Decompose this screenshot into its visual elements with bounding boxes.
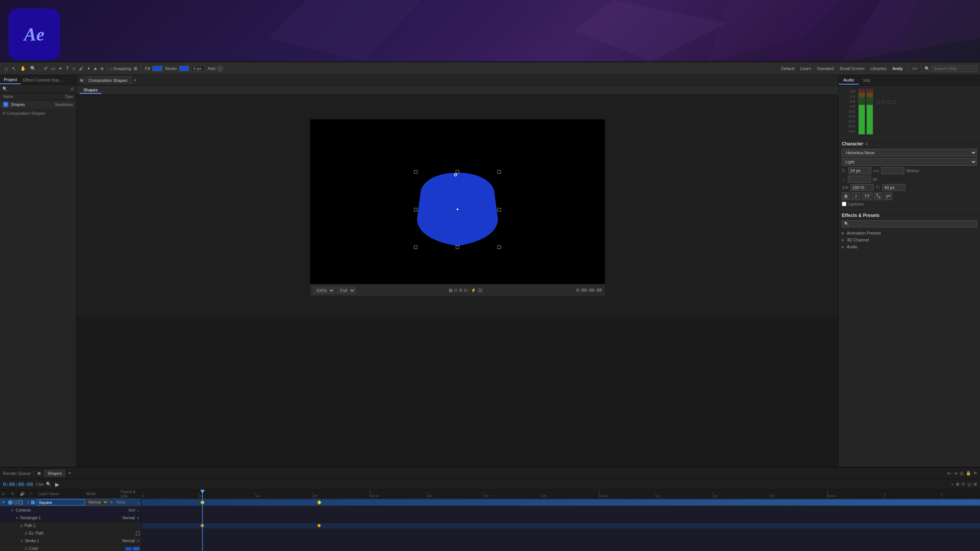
sublayer-path1[interactable]: ⊙ Path 1 xyxy=(0,522,141,530)
bold-btn[interactable]: B xyxy=(842,192,850,200)
puppet-tool[interactable]: ⊕ xyxy=(99,65,105,72)
shape-tool[interactable]: ◇ xyxy=(71,65,77,72)
select-tool[interactable]: ↖ xyxy=(10,65,18,72)
meter-labels: 0.0 -3.4 -6.6 -9.9 -12.0 -15.0 -18.0 -24… xyxy=(842,89,855,133)
font-style-selector[interactable]: Light Regular Bold xyxy=(842,158,977,166)
leading-input[interactable] xyxy=(882,184,905,191)
expand-icon[interactable]: >> xyxy=(911,65,919,72)
pen-tool[interactable]: ✒ xyxy=(57,65,64,72)
clone-tool[interactable]: ✦ xyxy=(86,65,91,72)
zoom-tool[interactable]: 🔍 xyxy=(29,65,38,72)
tl-3d[interactable]: ⊞ xyxy=(973,482,977,487)
t-sub-btn[interactable]: Ta xyxy=(874,192,882,200)
viewport-bottom-bar: 100% 50% 200% Full Half ▦ ⊡ ⊞ ⊟ ⚡ 🎥 0:00… xyxy=(310,284,605,296)
zoom-select[interactable]: 100% 50% 200% xyxy=(313,287,335,294)
sort-icon[interactable]: ⊞ xyxy=(70,86,74,91)
tracking-input[interactable] xyxy=(848,176,871,183)
char-panel-expand[interactable]: ≡ xyxy=(866,142,868,146)
sublayer-stroke1[interactable]: ▼ Stroke 1 Normal ▼ xyxy=(0,537,141,545)
tt-btn[interactable]: TT xyxy=(862,192,872,200)
workspace-standard[interactable]: Standard xyxy=(814,65,836,72)
comp-shapes-text: 6 Composition Shapes xyxy=(0,109,76,118)
tl-play-btn[interactable]: ▶ xyxy=(55,481,59,487)
character-panel: Character ≡ Helvetica Neue Light Regular… xyxy=(839,138,980,210)
audio-tab[interactable]: Audio xyxy=(839,76,859,85)
snapping-checkbox[interactable]: □ xyxy=(110,67,112,71)
grid-toggle[interactable]: ▦ xyxy=(449,288,452,293)
tl-motion[interactable]: ≋ xyxy=(973,471,977,476)
home-icon[interactable]: ⌂ xyxy=(3,65,9,72)
effects-tab[interactable]: Effect Controls Square xyxy=(21,76,67,84)
animation-presets-item[interactable]: ▶ Animation Presets xyxy=(842,230,977,236)
render-queue-label[interactable]: Render Queue xyxy=(3,471,31,476)
close-comp-btn[interactable]: ✕ xyxy=(133,78,136,82)
composition-tab[interactable]: Composition Shapes xyxy=(84,77,132,84)
sublayer-stroke-color[interactable]: ⊙ Color xyxy=(0,545,141,551)
sublayer-contents[interactable]: ▼ Contents Add ⌄ xyxy=(0,507,141,514)
effects-title: Effects & Presets xyxy=(842,213,880,218)
shapes-tab-active[interactable]: Shapes xyxy=(80,87,101,94)
tl-solo[interactable]: ◎ xyxy=(960,471,964,476)
ligatures-checkbox[interactable]: Ligatures xyxy=(842,202,864,206)
workspace-andy[interactable]: Andy xyxy=(890,65,905,72)
add-btn[interactable]: + xyxy=(217,66,223,71)
font-size-input[interactable] xyxy=(848,167,871,174)
project-search-input[interactable] xyxy=(9,87,69,91)
viewport-canvas[interactable] xyxy=(310,119,605,284)
workspace-libraries[interactable]: Libraries xyxy=(868,65,889,72)
tl-draft[interactable]: ◱ xyxy=(967,482,971,487)
timeline-ruler: 0 10 20 25 01:00 10 20 25 02:00 10 20 25… xyxy=(142,490,980,498)
workspace-learn[interactable]: Learn xyxy=(798,65,813,72)
close-tl-comp[interactable]: ✕ xyxy=(68,471,71,475)
snapping-icon[interactable]: ⊞ xyxy=(134,66,137,71)
search-help-input[interactable] xyxy=(931,65,977,72)
tl-live-update[interactable]: ⟳ xyxy=(962,482,965,487)
safe-zone[interactable]: ⊡ xyxy=(454,288,457,293)
workspace-small-screen[interactable]: Small Screen xyxy=(837,65,867,72)
snap-toggle[interactable]: ⊟ xyxy=(464,288,467,293)
tl-lock[interactable]: 🔒 xyxy=(966,471,971,476)
layer-list-header: ⊘ 👁 🔊 ☉ Layer Name Mode Parent & Link xyxy=(0,490,141,498)
resolution-toggle[interactable]: 🎥 xyxy=(478,288,483,293)
workspace-default[interactable]: Default xyxy=(779,65,797,72)
hand-tool[interactable]: ✋ xyxy=(19,65,28,72)
project-item-shapes[interactable]: S Shapes Sandstone xyxy=(0,100,76,109)
audio-item[interactable]: ▶ Audio xyxy=(842,243,977,250)
ruler-toggle[interactable]: ⊞ xyxy=(459,288,462,293)
sublayer-ecpath[interactable]: ⊙ Ec. Path xyxy=(0,530,141,537)
font-selector[interactable]: Helvetica Neue xyxy=(842,149,977,156)
brush-tool[interactable]: 🖌 xyxy=(78,65,85,72)
layer-1-parent[interactable]: None xyxy=(116,500,136,504)
fill-swatch[interactable] xyxy=(152,66,162,71)
layer-row-1[interactable]: ▼ 1 Square Normal ≋ None ⌄ xyxy=(0,498,141,507)
quality-select[interactable]: Full Half xyxy=(337,287,356,294)
tl-motion-blur[interactable]: ≈ xyxy=(951,482,954,487)
comp-tl-tab[interactable]: Shapes xyxy=(44,470,65,477)
kerning-input[interactable] xyxy=(881,167,904,174)
layer-1-blend[interactable]: Normal xyxy=(86,499,109,505)
sublayer-rect1[interactable]: ▼ Rectangle 1 Normal ▼ xyxy=(0,514,141,522)
stroke-swatch[interactable] xyxy=(179,66,189,71)
stroke-value[interactable]: 0 px xyxy=(191,65,205,72)
rect-tool[interactable]: ▭ xyxy=(50,65,56,72)
search-tl-icon[interactable]: 🔍 xyxy=(46,482,51,487)
eraser-tool[interactable]: ◈ xyxy=(93,65,98,72)
text-tool[interactable]: T xyxy=(65,65,70,72)
info-tab[interactable]: Info xyxy=(859,77,875,84)
tl-frame-blend[interactable]: ⊠ xyxy=(956,482,959,487)
playhead[interactable] xyxy=(202,490,203,551)
scale-h-input[interactable] xyxy=(851,184,874,191)
tl-collapse-all[interactable]: ⇤ xyxy=(947,471,951,476)
search-icon[interactable]: 🔍 xyxy=(924,66,930,71)
effects-search[interactable] xyxy=(842,220,977,227)
t-super-btn[interactable]: Ta xyxy=(884,192,892,200)
3d-channel-item[interactable]: ▶ 3D Channel xyxy=(842,236,977,243)
track-1-main xyxy=(142,498,980,507)
project-tab[interactable]: Project xyxy=(0,76,21,84)
tl-expand-all[interactable]: ⇥ xyxy=(954,471,957,476)
svg-rect-8 xyxy=(414,170,417,173)
italic-btn[interactable]: I xyxy=(852,192,860,200)
fast-preview[interactable]: ⚡ xyxy=(471,288,476,293)
rotate-tool[interactable]: ↺ xyxy=(42,65,49,72)
leading-icon: T↕ xyxy=(876,186,880,190)
